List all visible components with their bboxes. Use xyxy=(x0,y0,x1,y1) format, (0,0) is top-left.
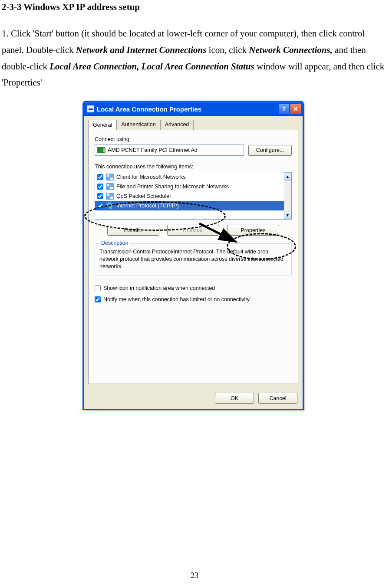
notify-row[interactable]: Notify me when this connection has limit… xyxy=(95,295,292,304)
adapter-field[interactable]: AMD PCNET Family PCI Ethernet Ad xyxy=(95,145,244,156)
tab-authentication[interactable]: Authentication xyxy=(116,120,160,130)
properties-button[interactable]: Properties xyxy=(227,225,279,236)
item-checkbox[interactable] xyxy=(97,203,103,209)
item-checkbox[interactable] xyxy=(97,184,103,190)
client-icon xyxy=(106,174,114,181)
scroll-up-icon[interactable]: ▲ xyxy=(284,172,291,181)
list-item[interactable]: QoS Packet Scheduler xyxy=(95,191,291,201)
emphasis-text: Network and Internet Connections xyxy=(76,45,206,55)
show-icon-row[interactable]: Show icon in notification area when conn… xyxy=(95,284,292,292)
list-item[interactable]: Client for Microsoft Networks xyxy=(95,172,291,182)
service-icon xyxy=(106,193,114,200)
emphasis-text: Network Connections, xyxy=(249,45,333,55)
item-label: QoS Packet Scheduler xyxy=(116,193,171,199)
tab-panel-general: Connect using: AMD PCNET Family PCI Ethe… xyxy=(88,130,298,384)
show-icon-checkbox[interactable] xyxy=(95,285,101,291)
items-label: This connection uses the following items… xyxy=(95,164,292,170)
install-button[interactable]: Install... xyxy=(107,225,159,236)
item-label: Client for Microsoft Networks xyxy=(116,174,186,180)
window-title: Local Area Connection Properties xyxy=(97,105,277,113)
configure-button[interactable]: Configure... xyxy=(248,145,292,156)
tab-advanced[interactable]: Advanced xyxy=(160,120,194,130)
cancel-button[interactable]: Cancel xyxy=(258,393,297,404)
tab-strip: General Authentication Advanced xyxy=(84,116,303,130)
items-listbox[interactable]: Client for Microsoft Networks File and P… xyxy=(95,172,292,220)
window-icon xyxy=(87,105,94,112)
properties-dialog: Local Area Connection Properties ? ✕ Gen… xyxy=(82,101,304,410)
ok-button[interactable]: OK xyxy=(215,393,254,404)
item-checkbox[interactable] xyxy=(97,174,103,180)
tab-general[interactable]: General xyxy=(88,120,117,130)
item-label: Internet Protocol (TCP/IP) xyxy=(116,203,179,209)
nic-icon xyxy=(97,147,105,153)
para-segment: icon, click xyxy=(206,45,249,55)
section-heading: 2-3-3 Windows XP IP address setup xyxy=(2,0,385,13)
page-number: 23 xyxy=(0,571,389,580)
title-bar[interactable]: Local Area Connection Properties ? ✕ xyxy=(84,102,303,116)
emphasis-text: Local Area Connection, Local Area Connec… xyxy=(49,61,254,72)
list-item[interactable]: File and Printer Sharing for Microsoft N… xyxy=(95,182,291,191)
description-title: Description xyxy=(99,240,130,246)
scroll-down-icon[interactable]: ▼ xyxy=(284,211,291,219)
service-icon xyxy=(106,183,114,190)
notify-checkbox[interactable] xyxy=(95,296,101,302)
description-group: Description Transmission Control Protoco… xyxy=(95,243,292,276)
description-text: Transmission Control Protocol/Internet P… xyxy=(99,248,287,270)
connect-using-label: Connect using: xyxy=(95,136,292,142)
protocol-icon xyxy=(106,202,114,209)
instruction-paragraph: 1. Click 'Start' button (it should be lo… xyxy=(2,26,385,91)
close-button[interactable]: ✕ xyxy=(290,104,301,114)
notify-label: Notify me when this connection has limit… xyxy=(103,296,250,302)
list-item-selected[interactable]: Internet Protocol (TCP/IP) xyxy=(95,201,291,210)
adapter-name: AMD PCNET Family PCI Ethernet Ad xyxy=(108,147,198,153)
listbox-scrollbar[interactable]: ▲ ▼ xyxy=(284,172,291,219)
item-label: File and Printer Sharing for Microsoft N… xyxy=(116,184,229,190)
show-icon-label: Show icon in notification area when conn… xyxy=(103,285,215,291)
help-button[interactable]: ? xyxy=(279,104,289,114)
uninstall-button[interactable]: Uninstall xyxy=(167,225,219,236)
item-checkbox[interactable] xyxy=(97,193,103,199)
